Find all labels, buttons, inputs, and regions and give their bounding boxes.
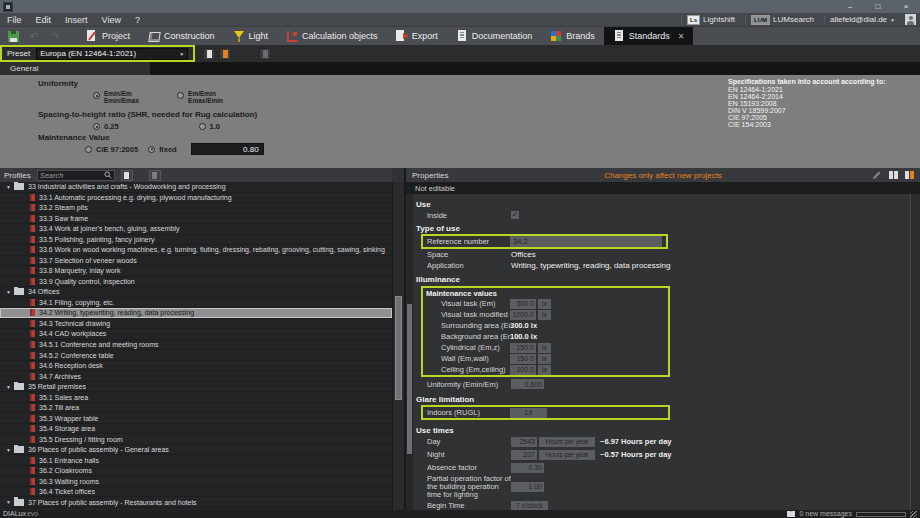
value-input[interactable]: 1.00 bbox=[511, 482, 544, 492]
preset-copy-button[interactable] bbox=[219, 48, 231, 60]
save-button[interactable] bbox=[5, 29, 21, 44]
tree-item[interactable]: 35.2 Till area bbox=[0, 403, 392, 414]
tree-item[interactable]: 36.3 Waiting rooms bbox=[0, 476, 392, 487]
fixed-value-input[interactable]: 0.80 bbox=[191, 143, 264, 155]
resize-grip-icon[interactable] bbox=[910, 511, 917, 518]
chevron-down-icon[interactable]: ▼ bbox=[6, 384, 14, 390]
tab-calc[interactable]: Calculation objects bbox=[277, 27, 387, 45]
tree-item[interactable]: 36.1 Entrance halls bbox=[0, 455, 392, 466]
edit-icon[interactable] bbox=[872, 170, 882, 180]
glare-input[interactable]: 19 bbox=[510, 408, 547, 418]
uniformity-option-2[interactable]: Em/Emin Emax/Emin bbox=[177, 90, 223, 104]
shr-option-10[interactable]: 1.0 bbox=[199, 122, 220, 131]
radio-icon[interactable] bbox=[93, 123, 100, 130]
tree-item[interactable]: 36.4 Ticket offices bbox=[0, 487, 392, 498]
tree-item[interactable]: 34.1 Filing, copying, etc. bbox=[0, 298, 392, 309]
tree-folder[interactable]: ▼35 Retail premises bbox=[0, 382, 392, 393]
tree-item[interactable]: 34.3 Technical drawing bbox=[0, 319, 392, 330]
tab-project[interactable]: Project bbox=[77, 27, 139, 45]
chevron-down-icon[interactable]: ▼ bbox=[6, 289, 14, 295]
menu-item-view[interactable]: View bbox=[95, 15, 128, 25]
value-input[interactable]: 7 o'clock bbox=[511, 501, 548, 511]
minimize-button[interactable]: – bbox=[836, 0, 864, 13]
search-input[interactable] bbox=[40, 171, 104, 180]
tree-item[interactable]: 34.2 Writing, typewriting, reading, data… bbox=[0, 308, 392, 319]
preset-dropdown[interactable]: Europa (EN 12464-1:2021) ▼ bbox=[36, 48, 188, 60]
radio-icon[interactable] bbox=[93, 92, 100, 99]
profiles-filter-button[interactable] bbox=[149, 170, 161, 181]
close-button[interactable]: × bbox=[892, 0, 920, 13]
maximize-button[interactable]: □ bbox=[864, 0, 892, 13]
inside-checkbox[interactable]: ✓ bbox=[511, 211, 519, 219]
chevron-down-icon[interactable]: ▼ bbox=[6, 499, 14, 505]
tab-export[interactable]: Export bbox=[387, 27, 447, 45]
tree-item[interactable]: 35.1 Sales area bbox=[0, 392, 392, 403]
tree-item[interactable]: 33.3 Saw frame bbox=[0, 214, 392, 225]
tree-item[interactable]: 33.8 Marquetry, inlay work bbox=[0, 266, 392, 277]
tab-brands[interactable]: Brands bbox=[541, 27, 604, 45]
menu-item-help[interactable]: ? bbox=[128, 15, 147, 25]
tree-item[interactable]: 33.7 Selection of veneer woods bbox=[0, 256, 392, 267]
tree-item[interactable]: 34.6 Reception desk bbox=[0, 361, 392, 372]
tab-light[interactable]: Light bbox=[224, 27, 278, 45]
tree-folder[interactable]: ▼34 Offices bbox=[0, 287, 392, 298]
messages-label[interactable]: 0 new messages bbox=[799, 510, 852, 518]
menu-item-insert[interactable]: Insert bbox=[58, 15, 95, 25]
tab-construction[interactable]: Construction bbox=[139, 27, 224, 45]
panel-layout-icon[interactable] bbox=[889, 171, 898, 179]
tree-item[interactable]: 34.7 Archives bbox=[0, 371, 392, 382]
panel-split-icon[interactable] bbox=[905, 171, 914, 179]
lumsearch-link[interactable]: LUM LUMsearch bbox=[745, 15, 819, 25]
tree-item[interactable]: 35.4 Storage area bbox=[0, 424, 392, 435]
tree-item[interactable]: 34.4 CAD workplaces bbox=[0, 329, 392, 340]
properties-scrollbar[interactable] bbox=[406, 194, 413, 510]
tree-scrollbar[interactable] bbox=[392, 182, 404, 510]
tree-item[interactable]: 33.2 Steam pits bbox=[0, 203, 392, 214]
tree-folder[interactable]: ▼37 Places of public assembly - Restaura… bbox=[0, 497, 392, 508]
reference-number-input[interactable]: 34.2 bbox=[510, 236, 662, 247]
menu-item-edit[interactable]: Edit bbox=[29, 15, 59, 25]
tab-close-icon[interactable]: ✕ bbox=[678, 32, 685, 41]
tree-folder[interactable]: ▼36 Places of public assembly - General … bbox=[0, 445, 392, 456]
value-input[interactable]: 0.30 bbox=[511, 463, 544, 473]
value-input[interactable]: 150.0 bbox=[510, 354, 536, 364]
radio-icon[interactable] bbox=[85, 146, 92, 153]
tree-item[interactable]: 34.5.2 Conference table bbox=[0, 350, 392, 361]
account-menu[interactable]: allefeld@dial.de ▼ bbox=[824, 15, 900, 24]
tree-item[interactable]: 34.5.1 Conference and meeting rooms bbox=[0, 340, 392, 351]
tree-item[interactable]: 33.4 Work at joiner's bench, gluing, ass… bbox=[0, 224, 392, 235]
preset-delete-button[interactable] bbox=[259, 48, 271, 60]
value-input[interactable]: 100.0 bbox=[510, 365, 536, 375]
uniformity-option-1[interactable]: Emin/Em Emin/Emax bbox=[93, 90, 139, 104]
value-input[interactable]: 2543 bbox=[511, 437, 537, 447]
properties-scrollbar-thumb[interactable] bbox=[407, 304, 412, 454]
tree-item[interactable]: 35.5 Dressing / fitting room bbox=[0, 434, 392, 445]
tree-item[interactable]: 33.5 Polishing, painting, fancy joinery bbox=[0, 235, 392, 246]
radio-icon[interactable] bbox=[148, 146, 155, 153]
maintenance-option-cie[interactable]: CIE 97:2005 bbox=[85, 145, 138, 154]
value-input[interactable]: 150.0 bbox=[510, 343, 536, 353]
profiles-view-button[interactable] bbox=[121, 170, 133, 181]
tab-general[interactable]: General bbox=[0, 62, 150, 75]
preset-new-button[interactable] bbox=[203, 48, 215, 60]
value-input[interactable]: 207 bbox=[511, 450, 537, 460]
shr-option-025[interactable]: 0.25 bbox=[93, 122, 119, 131]
tab-standards[interactable]: Standards✕ bbox=[604, 27, 694, 45]
maintenance-option-fixed[interactable]: fixed bbox=[148, 145, 177, 154]
tab-doc[interactable]: Documentation bbox=[447, 27, 542, 45]
avatar[interactable] bbox=[905, 14, 916, 25]
value-input[interactable]: 500.0 bbox=[510, 299, 536, 309]
redo-button[interactable]: ↷ bbox=[47, 29, 63, 44]
undo-button[interactable]: ↶ bbox=[26, 29, 42, 44]
value-input[interactable]: 1000.0 bbox=[510, 310, 536, 320]
uniformity-input[interactable]: 0.600 bbox=[511, 379, 544, 389]
tree-item[interactable]: 33.1 Automatic processing e.g. drying, p… bbox=[0, 193, 392, 204]
chevron-down-icon[interactable]: ▼ bbox=[6, 184, 14, 190]
tree-scrollbar-thumb[interactable] bbox=[395, 296, 402, 400]
lightshift-link[interactable]: Ls Lightshift bbox=[681, 15, 740, 25]
tree-item[interactable]: 33.9 Quality control, inspection bbox=[0, 277, 392, 288]
menu-item-file[interactable]: File bbox=[0, 15, 29, 25]
tree-item[interactable]: 35.3 Wrapper table bbox=[0, 413, 392, 424]
radio-icon[interactable] bbox=[199, 123, 206, 130]
tree-item[interactable]: 33.6 Work on wood working machines, e.g.… bbox=[0, 245, 392, 256]
